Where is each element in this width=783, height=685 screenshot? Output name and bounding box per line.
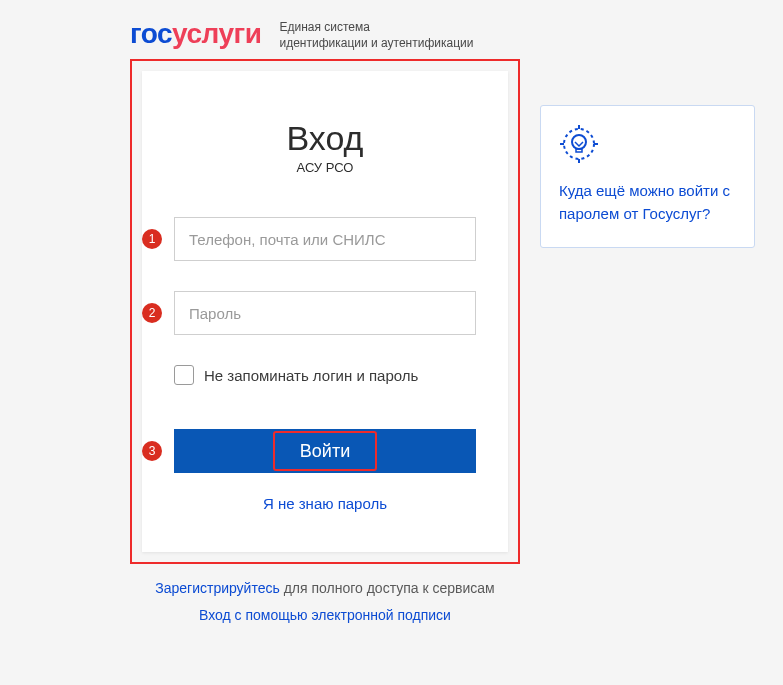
logo-part-red: услуги [172, 18, 261, 49]
remember-checkbox[interactable] [174, 365, 194, 385]
header: госуслуги Единая система идентификации и… [130, 18, 520, 51]
side-info-link[interactable]: Куда ещё можно войти с паролем от Госусл… [559, 182, 730, 222]
register-link[interactable]: Зарегистрируйтесь [155, 580, 280, 596]
signature-line: Вход с помощью электронной подписи [130, 606, 520, 624]
login-subtitle: АСУ РСО [174, 160, 476, 175]
tagline-line1: Единая система [279, 20, 473, 36]
tagline: Единая система идентификации и аутентифи… [279, 20, 473, 51]
register-line: Зарегистрируйтесь для полного доступа к … [130, 580, 520, 596]
annotation-marker-1: 1 [142, 229, 162, 249]
submit-row: 3 Войти [174, 429, 476, 473]
logo-part-blue: гос [130, 18, 172, 49]
username-input[interactable] [174, 217, 476, 261]
submit-button[interactable]: Войти [174, 429, 476, 473]
side-info-card: Куда ещё можно войти с паролем от Госусл… [540, 105, 755, 248]
remember-row: Не запоминать логин и пароль [174, 365, 476, 385]
forgot-password-link[interactable]: Я не знаю пароль [174, 495, 476, 512]
lightbulb-icon [559, 124, 599, 164]
footer: Зарегистрируйтесь для полного доступа к … [130, 580, 520, 624]
annotation-marker-3: 3 [142, 441, 162, 461]
annotation-marker-2: 2 [142, 303, 162, 323]
gosuslugi-logo: госуслуги [130, 18, 261, 50]
login-card: Вход АСУ РСО 1 2 Не запоминать логин и п… [142, 71, 508, 552]
register-rest-text: для полного доступа к сервисам [280, 580, 495, 596]
password-input[interactable] [174, 291, 476, 335]
remember-label: Не запоминать логин и пароль [204, 367, 418, 384]
username-row: 1 [174, 217, 476, 261]
login-title: Вход [174, 119, 476, 158]
tagline-line2: идентификации и аутентификации [279, 36, 473, 52]
annotation-frame: Вход АСУ РСО 1 2 Не запоминать логин и п… [130, 59, 520, 564]
password-row: 2 [174, 291, 476, 335]
signature-login-link[interactable]: Вход с помощью электронной подписи [199, 607, 451, 623]
svg-point-0 [564, 129, 594, 159]
